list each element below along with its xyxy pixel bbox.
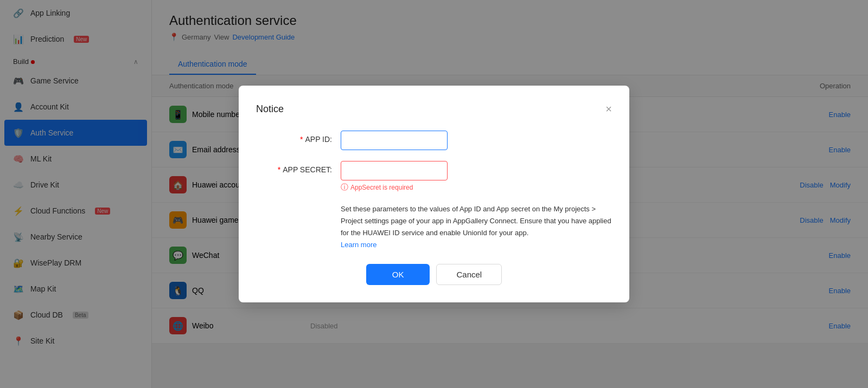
modal-overlay: Notice × *APP ID: *APP SECRET: ⓘ AppSecr… bbox=[0, 0, 868, 388]
app-secret-field-wrapper: ⓘ AppSecret is required bbox=[341, 161, 612, 192]
app-id-input[interactable] bbox=[341, 131, 448, 150]
app-secret-row: *APP SECRET: ⓘ AppSecret is required bbox=[256, 161, 612, 192]
info-text: Set these parameters to the values of Ap… bbox=[341, 205, 611, 237]
required-star: * bbox=[300, 135, 303, 144]
error-message: ⓘ AppSecret is required bbox=[341, 183, 612, 192]
app-secret-input[interactable] bbox=[341, 161, 448, 180]
cancel-button[interactable]: Cancel bbox=[436, 264, 502, 285]
error-text: AppSecret is required bbox=[350, 184, 413, 191]
app-secret-label: *APP SECRET: bbox=[256, 161, 332, 174]
learn-more-link[interactable]: Learn more bbox=[341, 241, 376, 249]
app-id-label: *APP ID: bbox=[256, 131, 332, 144]
modal-close-button[interactable]: × bbox=[605, 103, 612, 115]
notice-modal: Notice × *APP ID: *APP SECRET: ⓘ AppSecr… bbox=[239, 86, 629, 302]
app-id-row: *APP ID: bbox=[256, 131, 612, 150]
required-star-2: * bbox=[278, 165, 280, 174]
info-block: Set these parameters to the values of Ap… bbox=[341, 203, 612, 251]
modal-header: Notice × bbox=[256, 103, 612, 115]
app-id-field-wrapper bbox=[341, 131, 612, 150]
ok-button[interactable]: OK bbox=[366, 264, 430, 285]
error-icon: ⓘ bbox=[341, 183, 348, 192]
modal-footer: OK Cancel bbox=[256, 264, 612, 285]
modal-title: Notice bbox=[256, 104, 284, 115]
